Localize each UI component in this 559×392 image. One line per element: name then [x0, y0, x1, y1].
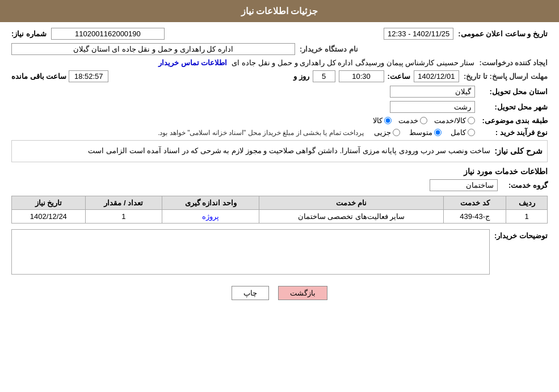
group-label: گروه خدمت: [502, 181, 548, 189]
col-count: تعداد / مقدار [85, 196, 162, 209]
category-radio-group: کالا/خدمت خدمت کالا [373, 116, 475, 125]
buyer-textarea[interactable] [11, 229, 490, 275]
day-label: روز و [293, 72, 309, 81]
time-value: 10:30 [339, 70, 384, 82]
deadline-date: 1402/12/01 [414, 70, 459, 82]
table-row: 1 ج-43-439 سایر فعالیت‌های تخصصی ساختمان… [12, 209, 548, 223]
date-label: تاریخ و ساعت اعلان عمومی: [458, 29, 548, 38]
remaining-value: 18:52:57 [69, 70, 108, 82]
print-button[interactable]: چاپ [232, 286, 269, 300]
radio-item-khadamat[interactable]: خدمت [398, 116, 427, 125]
cell-code: ج-43-439 [444, 209, 506, 223]
services-title: اطلاعات خدمات مورد نیاز [11, 167, 548, 176]
desc-text: ساخت ونصب سر درب ورودی پایانه مرزی آستار… [16, 145, 490, 157]
radio-partial[interactable] [393, 129, 400, 136]
org-label: نام دستگاه خریدار: [300, 45, 358, 53]
col-name: نام خدمت [259, 196, 444, 209]
col-code: کد خدمت [444, 196, 506, 209]
buyer-desc-section: توضیحات خریدار: [11, 229, 548, 275]
cell-name: سایر فعالیت‌های تخصصی ساختمان [259, 209, 444, 223]
radio-item-kala-khadamat[interactable]: کالا/خدمت [434, 116, 475, 125]
cell-row: 1 [506, 209, 548, 223]
creator-label: ایجاد کننده درخواست: [479, 58, 548, 67]
radio-khadamat[interactable] [420, 117, 427, 124]
group-value: ساختمان [430, 179, 498, 191]
creator-value: ستار حسینی کارشناس پیمان ورسیدگی اداره ک… [232, 58, 474, 67]
province-value: گیلان [390, 86, 475, 98]
col-date: تاریخ نیاز [12, 196, 86, 209]
radio-medium[interactable] [434, 129, 442, 136]
creator-link[interactable]: اطلاعات تماس خریدار [158, 58, 227, 67]
province-label: استان محل تحویل: [480, 87, 548, 96]
radio-item-medium[interactable]: متوسط [409, 128, 442, 137]
category-label: طبقه بندی موضوعی: [480, 116, 548, 125]
radio-kala-khadamat[interactable] [468, 117, 475, 124]
city-value: رشت [390, 101, 475, 113]
cell-unit: پروژه [162, 209, 259, 223]
org-value: اداره کل راهداری و حمل و نقل جاده ای است… [11, 43, 295, 55]
radio-item-partial[interactable]: جزیی [374, 128, 400, 137]
buttons-row: بازگشت چاپ [11, 280, 548, 306]
page-title: جزئیات اطلاعات نیاز [241, 6, 318, 16]
radio-full[interactable] [468, 129, 475, 136]
radio-item-kala[interactable]: کالا [373, 116, 392, 125]
services-table: ردیف کد خدمت نام خدمت واحد اندازه گیری ت… [11, 196, 548, 224]
cell-count: 1 [85, 209, 162, 223]
page-header: جزئیات اطلاعات نیاز [0, 0, 559, 22]
number-label: شماره نیاز: [11, 29, 47, 38]
day-value: 5 [313, 70, 335, 82]
process-label: نوع فرآیند خرید : [480, 128, 548, 137]
cell-date: 1402/12/24 [12, 209, 86, 223]
process-radio-group: کامل متوسط جزیی [374, 128, 475, 137]
desc-section-label: شرح کلی نیاز: [495, 145, 543, 155]
back-button[interactable]: بازگشت [278, 286, 327, 300]
radio-item-full[interactable]: کامل [451, 128, 475, 137]
time-label: ساعت: [388, 72, 410, 81]
date-value: 1402/11/25 - 12:33 [384, 28, 453, 40]
remaining-label: ساعت باقی مانده [11, 72, 66, 81]
deadline-label: مهلت ارسال پاسخ: تا تاریخ: [464, 72, 548, 81]
number-value: 1102001162000190 [51, 28, 165, 40]
process-note: پرداخت تمام یا بخشی از مبلغ خریداز محل "… [158, 129, 364, 137]
buyer-label: توضیحات خریدار: [494, 229, 548, 240]
col-row: ردیف [506, 196, 548, 209]
col-unit: واحد اندازه گیری [162, 196, 259, 209]
city-label: شهر محل تحویل: [480, 103, 548, 111]
radio-kala[interactable] [384, 117, 392, 124]
